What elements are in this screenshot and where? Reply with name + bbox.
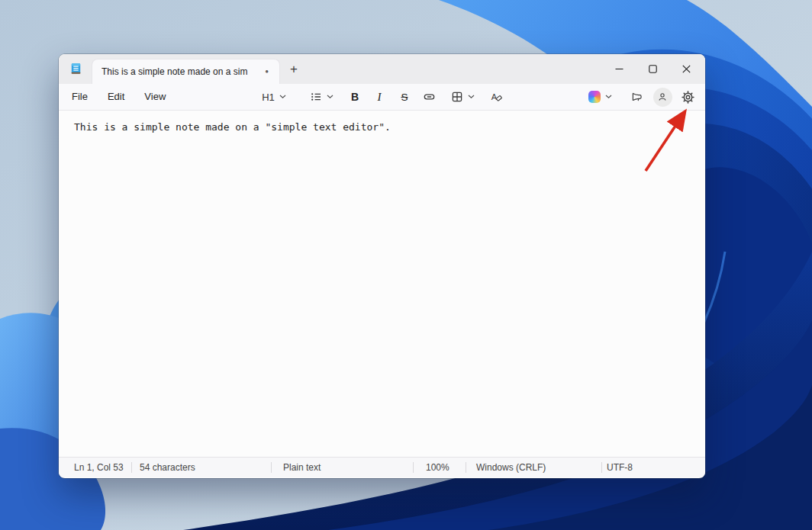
bulleted-list-icon [310,91,322,103]
list-style-button[interactable] [301,86,341,108]
minimize-button[interactable] [602,54,636,83]
chevron-down-icon [279,95,286,99]
clear-formatting-button[interactable]: A [485,86,507,108]
desktop: This is a simple note made on a sim ● + … [0,0,812,530]
copilot-button[interactable] [581,86,619,108]
feedback-button[interactable] [625,86,648,108]
minimize-icon [615,65,624,73]
italic-button[interactable]: I [369,86,390,108]
close-button[interactable] [669,54,703,83]
settings-button[interactable] [676,86,699,108]
insert-link-button[interactable] [418,86,440,108]
megaphone-icon [630,91,643,103]
bold-button[interactable]: B [344,86,366,108]
status-divider [131,462,132,473]
gear-icon [682,91,694,104]
status-divider [466,462,466,473]
status-divider [271,462,272,473]
status-divider [413,462,414,473]
account-avatar-circle [653,88,672,107]
status-line-endings: Windows (CRLF) [476,458,546,477]
svg-text:A: A [491,92,497,101]
maximize-button[interactable] [636,54,669,83]
clear-formatting-icon: A [490,91,503,103]
status-encoding: UTF-8 [607,458,633,477]
unsaved-indicator-icon: ● [265,59,269,84]
chevron-down-icon [327,95,334,99]
table-grid-icon [451,91,463,103]
insert-table-button[interactable] [443,86,482,108]
menu-file[interactable]: File [62,87,98,107]
editor-text: This is a simple note made on a "simple … [74,121,391,133]
person-icon [657,92,668,102]
menu-bar: File Edit View [62,84,176,110]
account-button[interactable] [651,86,674,108]
chain-link-icon [423,91,436,103]
status-bar: Ln 1, Col 53 54 characters Plain text 10… [59,457,705,477]
toolbar: File Edit View H1 B I [59,84,705,111]
status-document-type: Plain text [283,458,321,477]
menu-view[interactable]: View [134,87,176,107]
notepad-window: This is a simple note made on a sim ● + … [59,54,705,478]
title-bar[interactable]: This is a simple note made on a sim ● + [59,54,705,84]
copilot-icon [588,91,601,103]
editor-area[interactable]: This is a simple note made on a "simple … [59,111,705,457]
menu-edit[interactable]: Edit [98,87,134,107]
chevron-down-icon [468,95,475,99]
status-character-count: 54 characters [140,458,195,477]
status-zoom-level[interactable]: 100% [426,458,450,477]
heading-style-button[interactable]: H1 [254,86,294,108]
status-cursor-position: Ln 1, Col 53 [74,458,124,477]
tab-title: This is a simple note made on a sim [102,59,254,84]
window-controls [602,54,703,83]
tab-active[interactable]: This is a simple note made on a sim ● [92,59,280,84]
strikethrough-button[interactable]: S [394,86,415,108]
notepad-app-icon [69,63,82,75]
status-divider [601,462,602,473]
new-tab-button[interactable]: + [283,59,304,80]
maximize-icon [649,65,657,73]
close-icon [682,65,691,73]
chevron-down-icon [605,95,612,99]
